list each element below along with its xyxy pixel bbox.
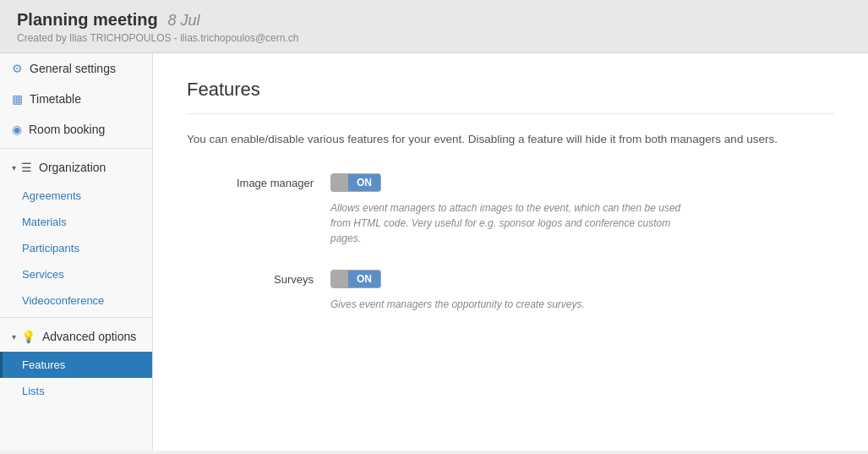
sidebar-label-timetable: Timetable bbox=[30, 92, 81, 106]
sidebar-item-room-booking[interactable]: ◉ Room booking bbox=[0, 114, 152, 145]
feature-row-image-manager: Image manager ON Allows event managers t… bbox=[187, 173, 834, 246]
sidebar-item-agreements[interactable]: Agreements bbox=[0, 183, 152, 209]
page-title: Features bbox=[187, 79, 834, 114]
sidebar: ⚙ General settings ▦ Timetable ◉ Room bo… bbox=[0, 53, 153, 451]
sidebar-item-timetable[interactable]: ▦ Timetable bbox=[0, 84, 152, 114]
bulb-icon: 💡 bbox=[21, 330, 35, 343]
meeting-subtitle: Created by Ilias TRICHOPOULOS - ilias.tr… bbox=[17, 32, 851, 44]
sidebar-divider-2 bbox=[0, 317, 152, 318]
calendar-icon: ▦ bbox=[12, 92, 23, 106]
sidebar-item-general-settings[interactable]: ⚙ General settings bbox=[0, 53, 152, 84]
sidebar-item-features[interactable]: Features bbox=[0, 352, 152, 378]
chevron-down-icon: ▾ bbox=[12, 163, 16, 172]
sidebar-group-advanced[interactable]: ▾ 💡 Advanced options bbox=[0, 321, 152, 352]
sidebar-group-label-advanced: Advanced options bbox=[42, 330, 136, 343]
toggle-off-surveys[interactable] bbox=[331, 271, 348, 287]
sidebar-group-organization[interactable]: ▾ ☰ Organization bbox=[0, 152, 152, 183]
toggle-image-manager[interactable]: ON bbox=[330, 173, 381, 192]
feature-content-image-manager: ON Allows event managers to attach image… bbox=[330, 173, 834, 246]
page-header: Planning meeting 8 Jul Created by Ilias … bbox=[0, 0, 868, 53]
sidebar-label-room-booking: Room booking bbox=[29, 123, 105, 136]
sidebar-item-services[interactable]: Services bbox=[0, 261, 152, 287]
sidebar-item-participants[interactable]: Participants bbox=[0, 235, 152, 261]
location-icon: ◉ bbox=[12, 123, 22, 136]
feature-label-image-manager: Image manager bbox=[204, 173, 314, 189]
sidebar-label-general-settings: General settings bbox=[30, 62, 116, 75]
sidebar-item-lists[interactable]: Lists bbox=[0, 378, 152, 404]
sidebar-group-label-organization: Organization bbox=[39, 161, 106, 174]
toggle-on-surveys[interactable]: ON bbox=[348, 271, 380, 287]
feature-row-surveys: Surveys ON Gives event managers the oppo… bbox=[187, 270, 834, 312]
feature-desc-surveys: Gives event managers the opportunity to … bbox=[330, 297, 694, 312]
feature-content-surveys: ON Gives event managers the opportunity … bbox=[330, 270, 834, 312]
toggle-off-image-manager[interactable] bbox=[331, 174, 348, 191]
main-content: Features You can enable/disable various … bbox=[153, 53, 868, 451]
feature-label-surveys: Surveys bbox=[204, 270, 314, 286]
meeting-title: Planning meeting bbox=[17, 10, 158, 29]
content-area: Features You can enable/disable various … bbox=[153, 53, 868, 361]
main-layout: ⚙ General settings ▦ Timetable ◉ Room bo… bbox=[0, 53, 868, 451]
list-icon: ☰ bbox=[21, 161, 32, 174]
meeting-date: 8 Jul bbox=[168, 12, 200, 29]
sidebar-item-materials[interactable]: Materials bbox=[0, 209, 152, 235]
gear-icon: ⚙ bbox=[12, 62, 23, 75]
sidebar-divider-1 bbox=[0, 148, 152, 149]
toggle-surveys[interactable]: ON bbox=[330, 270, 381, 288]
chevron-down-icon-2: ▾ bbox=[12, 332, 16, 342]
feature-desc-image-manager: Allows event managers to attach images t… bbox=[330, 200, 694, 246]
sidebar-item-videoconference[interactable]: Videoconference bbox=[0, 287, 152, 314]
toggle-on-image-manager[interactable]: ON bbox=[348, 174, 380, 191]
page-description: You can enable/disable various features … bbox=[187, 131, 834, 148]
